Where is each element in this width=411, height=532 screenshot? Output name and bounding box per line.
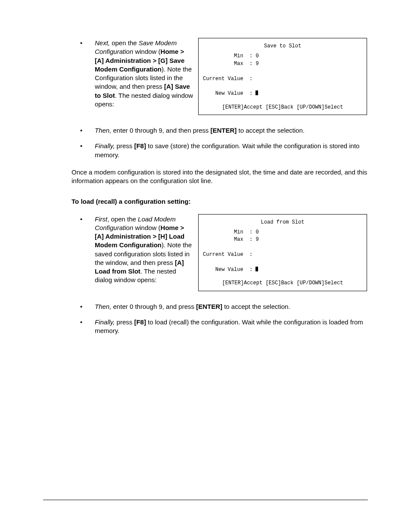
terminal-min-line: Min : 0 [203,53,362,60]
terminal-title: Load from Slot [203,219,362,226]
terminal-footer: [ENTER]Accept [ESC]Back [UP/DOWN]Select [203,104,362,111]
bullet-text: Next, open the Save Modem Configuration … [95,39,194,109]
terminal-current-line: Current Value : [203,75,362,83]
terminal-blank-line [203,83,362,90]
bullet-item-save-finally: • Finally, press [F8] to save (store) th… [72,142,368,159]
text-segment: press [115,318,134,326]
bullet-item-load-first: • First, open the Load Modem Configurati… [72,215,368,292]
text-segment: open the [110,39,139,47]
bullet-item-save-then: • Then, enter 0 through 9, and then pres… [72,126,368,135]
text-segment: enter 0 through 9, and then press [111,127,210,134]
terminal-current-line: Current Value : [203,251,362,258]
bullet-text: Finally, press [F8] to save (store) the … [95,142,368,159]
key-action: [ENTER] [211,127,237,134]
bullet-marker: • [72,142,95,150]
bullet-item-save-next: • Next, open the Save Modem Configuratio… [72,39,368,116]
terminal-blank-line [203,68,362,75]
terminal-new-value-line: New Value : [203,266,362,274]
key-action: [ENTER] [196,303,222,310]
text-segment: window ( [133,48,160,55]
cursor-icon [255,90,258,95]
cursor-icon [255,267,258,271]
section-heading-load: To load (recall) a configuration setting… [72,197,368,206]
text-segment: press [115,142,134,149]
terminal-max-line: Max : 9 [203,236,362,243]
document-page: • Next, open the Save Modem Configuratio… [0,0,411,532]
key-action: [F8] [134,318,146,326]
bullet-item-load-finally: • Finally, press [F8] to load (recall) t… [72,318,368,336]
bullet-text: Then, enter 0 through 9, and press [ENTE… [95,302,368,311]
lead-word: Then, [95,127,111,134]
bullet-text: Finally, press [F8] to load (recall) the… [95,318,368,336]
bullet-marker: • [72,126,95,135]
text-segment: to accept the selection. [222,303,290,310]
text-segment: window ( [133,224,160,231]
text-segment: enter 0 through 9, and press [111,303,196,310]
bullet-marker: • [72,318,95,327]
document-content: • Next, open the Save Modem Configuratio… [43,39,368,336]
lead-word: Then, [95,303,111,310]
terminal-new-label: New Value : [203,90,255,96]
footer-divider [43,500,368,500]
terminal-footer: [ENTER]Accept [ESC]Back [UP/DOWN]Select [203,280,362,287]
bullet-marker: • [72,39,95,47]
terminal-save-to-slot: Save to Slot Min : 0 Max : 9 Current Val… [198,38,367,115]
terminal-min-line: Min : 0 [203,229,362,236]
bullet-text: Then, enter 0 through 9, and then press … [95,126,368,135]
text-segment: , open the [107,215,138,223]
terminal-blank-line [203,259,362,266]
bullet-marker: • [72,302,95,311]
lead-word: Next, [95,39,110,47]
terminal-new-value-line: New Value : [203,90,362,97]
lead-word: Finally, [95,318,115,326]
bullet-marker: • [72,215,95,224]
terminal-max-line: Max : 9 [203,60,362,68]
bullet-text: First, open the Load Modem Configuration… [95,215,194,285]
lead-word: First [95,215,107,223]
lead-word: Finally, [95,142,115,149]
terminal-load-from-slot: Load from Slot Min : 0 Max : 9 Current V… [198,214,367,291]
terminal-blank-line [203,244,362,251]
text-segment: to accept the selection. [237,127,305,134]
terminal-title: Save to Slot [203,43,362,50]
paragraph-stored-info: Once a modem configuration is stored int… [72,168,368,186]
key-action: [F8] [134,142,146,149]
bullet-item-load-then: • Then, enter 0 through 9, and press [EN… [72,302,368,311]
terminal-new-label: New Value : [203,267,255,273]
